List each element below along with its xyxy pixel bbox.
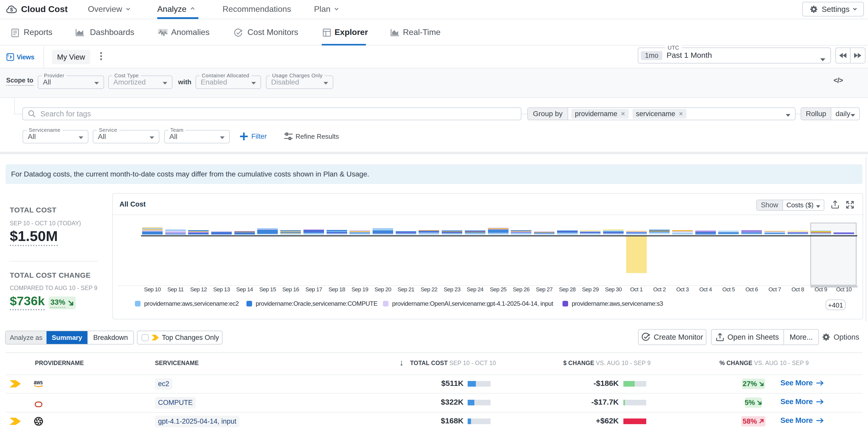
svg-text:aws: aws xyxy=(34,380,43,386)
svg-text:$: $ xyxy=(10,6,13,12)
